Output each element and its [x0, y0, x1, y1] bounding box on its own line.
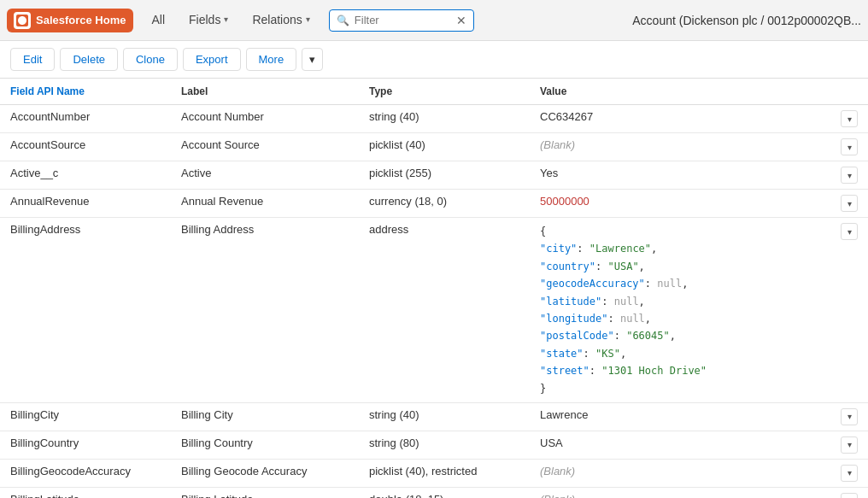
table-row: Active__cActivepicklist (255)▾Yes: [0, 161, 868, 190]
row-dropdown-button[interactable]: ▾: [841, 195, 858, 212]
cell-value: ▾Lawrence: [530, 402, 868, 431]
cell-value: ▾50000000: [530, 190, 868, 218]
cell-type: string (80): [359, 431, 530, 459]
row-dropdown-button[interactable]: ▾: [841, 436, 858, 454]
cell-type: string (40): [359, 402, 530, 431]
row-dropdown-button[interactable]: ▾: [841, 493, 858, 498]
nav-tabs: All Fields ▾ Relations ▾: [140, 0, 322, 41]
account-title: Account (Dickenson plc / 0012p00002QB...: [632, 14, 861, 27]
cell-type: address: [359, 218, 530, 403]
nav-tab-relations-label: Relations: [252, 13, 302, 26]
cell-api-name: BillingLatitude: [0, 487, 171, 498]
app-logo-icon: [14, 12, 31, 29]
search-box: 🔍 ✕: [329, 9, 474, 32]
col-header-api: Field API Name: [0, 79, 171, 105]
row-dropdown-button[interactable]: ▾: [841, 465, 858, 482]
cell-api-name: BillingAddress: [0, 218, 171, 403]
table-row: AccountNumberAccount Numberstring (40)▾C…: [0, 105, 868, 133]
nav-tab-all-label: All: [152, 13, 166, 26]
nav-tab-all[interactable]: All: [140, 0, 178, 41]
search-clear-button[interactable]: ✕: [456, 14, 466, 27]
cell-value: ▾USA: [530, 431, 868, 459]
top-bar: Salesforce Home All Fields ▾ Relations ▾…: [0, 0, 868, 41]
cell-type: currency (18, 0): [359, 190, 530, 218]
table-row: BillingLatitudeBilling Latitudedouble (1…: [0, 487, 868, 498]
cell-value: ▾(Blank): [530, 487, 868, 498]
cell-label: Active: [171, 161, 359, 190]
cell-type: picklist (40): [359, 133, 530, 161]
app-logo[interactable]: Salesforce Home: [7, 9, 133, 32]
delete-button[interactable]: Delete: [60, 48, 118, 71]
cell-label: Annual Revenue: [171, 190, 359, 218]
cell-type: picklist (40), restricted: [359, 459, 530, 487]
more-dropdown-button[interactable]: ▾: [302, 48, 323, 71]
cell-label: Billing Address: [171, 218, 359, 403]
row-dropdown-button[interactable]: ▾: [841, 408, 858, 425]
col-header-label: Label: [171, 79, 359, 105]
clone-button[interactable]: Clone: [123, 48, 178, 71]
table-row: AnnualRevenueAnnual Revenuecurrency (18,…: [0, 190, 868, 218]
relations-arrow-icon: ▾: [306, 15, 310, 24]
nav-tab-relations[interactable]: Relations ▾: [240, 0, 321, 41]
cell-label: Billing Latitude: [171, 487, 359, 498]
cell-api-name: BillingCountry: [0, 431, 171, 459]
cell-label: Billing Country: [171, 431, 359, 459]
table-container: Field API Name Label Type Value AccountN…: [0, 79, 868, 498]
row-dropdown-button[interactable]: ▾: [841, 110, 858, 127]
table-row: BillingGeocodeAccuracyBilling Geocode Ac…: [0, 459, 868, 487]
cell-api-name: BillingCity: [0, 402, 171, 431]
table-row: BillingCityBilling Citystring (40)▾Lawre…: [0, 402, 868, 431]
action-bar: Edit Delete Clone Export More ▾: [0, 41, 868, 79]
cell-label: Billing City: [171, 402, 359, 431]
cell-type: picklist (255): [359, 161, 530, 190]
edit-button[interactable]: Edit: [10, 48, 55, 71]
table-row: BillingAddressBilling Addressaddress▾{ "…: [0, 218, 868, 403]
more-button[interactable]: More: [246, 48, 297, 71]
row-dropdown-button[interactable]: ▾: [841, 223, 858, 240]
cell-api-name: Active__c: [0, 161, 171, 190]
table-row: AccountSourceAccount Sourcepicklist (40)…: [0, 133, 868, 161]
cell-api-name: AccountNumber: [0, 105, 171, 133]
table-row: BillingCountryBilling Countrystring (80)…: [0, 431, 868, 459]
col-header-value: Value: [530, 79, 868, 105]
cell-api-name: AccountSource: [0, 133, 171, 161]
json-value: { "city": "Lawrence", "country": "USA", …: [540, 223, 858, 397]
nav-tab-fields-label: Fields: [189, 13, 220, 26]
search-icon: 🔍: [337, 15, 349, 26]
cell-type: double (18, 15): [359, 487, 530, 498]
row-dropdown-button[interactable]: ▾: [841, 138, 858, 155]
fields-table: Field API Name Label Type Value AccountN…: [0, 79, 868, 498]
cell-label: Billing Geocode Accuracy: [171, 459, 359, 487]
cell-value: ▾(Blank): [530, 459, 868, 487]
cell-value: ▾(Blank): [530, 133, 868, 161]
nav-tab-fields[interactable]: Fields ▾: [177, 0, 240, 41]
cell-api-name: AnnualRevenue: [0, 190, 171, 218]
search-input[interactable]: [355, 14, 451, 26]
cell-value: ▾{ "city": "Lawrence", "country": "USA",…: [530, 218, 868, 403]
cell-type: string (40): [359, 105, 530, 133]
cell-label: Account Number: [171, 105, 359, 133]
col-header-type: Type: [359, 79, 530, 105]
export-button[interactable]: Export: [183, 48, 241, 71]
row-dropdown-button[interactable]: ▾: [841, 167, 858, 184]
cell-value: ▾CC634267: [530, 105, 868, 133]
cell-label: Account Source: [171, 133, 359, 161]
fields-arrow-icon: ▾: [224, 15, 228, 24]
app-name-label: Salesforce Home: [36, 14, 126, 26]
cell-api-name: BillingGeocodeAccuracy: [0, 459, 171, 487]
cell-value: ▾Yes: [530, 161, 868, 190]
